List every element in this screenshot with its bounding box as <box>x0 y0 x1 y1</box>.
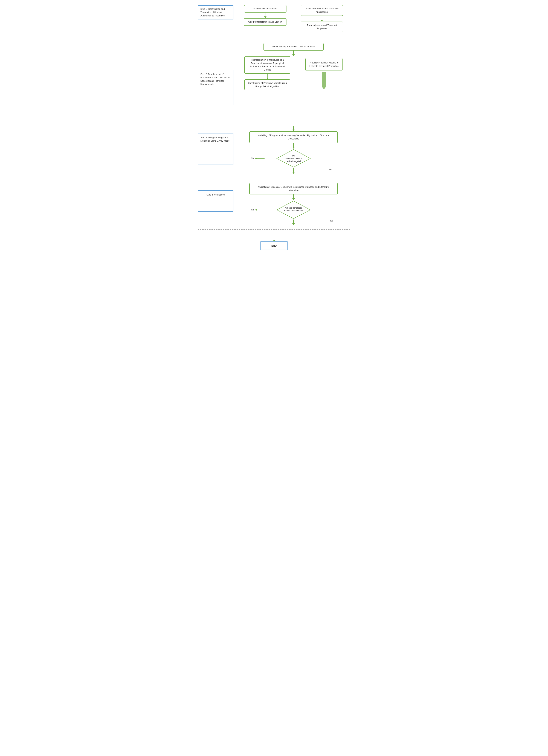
no1-label: No <box>251 157 254 160</box>
step1-label: Step 1: Identification and Translation o… <box>200 7 231 17</box>
svg-marker-7 <box>255 209 256 211</box>
arrow-yes1 <box>292 168 295 174</box>
representation-box: Representation of Molecules as a Functio… <box>244 56 291 74</box>
top-branch-row: Sensorial Requirements Odour Characteris… <box>237 5 350 32</box>
diamond2-svg: Are the generated molecules feasible? <box>276 200 311 220</box>
step1-flow: Sensorial Requirements Odour Characteris… <box>237 4 350 35</box>
svg-text:molecules fulfil the: molecules fulfil the <box>285 157 302 160</box>
svg-text:Do: Do <box>292 154 295 157</box>
no2-label: No <box>251 209 254 211</box>
no2-arrow: No <box>251 209 265 211</box>
step1-box: Step 1: Identification and Translation o… <box>198 5 233 19</box>
yes2-area: Yes <box>330 220 333 222</box>
arrow-data-cleaning <box>292 51 295 56</box>
representation-branch: Representation of Molecules as a Functio… <box>244 56 291 96</box>
mid-branch-row: Representation of Molecules as a Functio… <box>237 56 350 96</box>
odour-char-box: Odour Characteristics and Dilution <box>244 18 287 26</box>
section-3: Step 3: Design of Fragrance Molecules us… <box>198 124 350 175</box>
svg-text:molecules feasible?: molecules feasible? <box>284 209 303 212</box>
technical-branch: Technical Requirements of Specific Appli… <box>301 5 343 32</box>
section-2: Step 2: Development of Property Predicti… <box>198 42 350 118</box>
arrow-sensorial <box>264 13 266 18</box>
svg-text:desired targets?: desired targets? <box>286 160 301 163</box>
step3-area: Step 3: Design of Fragrance Molecules us… <box>198 124 237 175</box>
arrow-yes2 <box>292 220 295 225</box>
property-pred-branch: Property Prediction Models to Estimate T… <box>306 56 343 89</box>
step2-label: Step 2: Development of Property Predicti… <box>200 73 231 86</box>
step2-area: Step 2: Development of Property Predicti… <box>198 42 237 118</box>
diamond1-row: No Do molecules fulfil the desired targe… <box>237 149 350 168</box>
diamond1-svg: Do molecules fulfil the desired targets? <box>276 149 311 168</box>
no1-arrow-svg <box>255 157 265 160</box>
step1-area: Step 1: Identification and Translation o… <box>198 4 237 35</box>
no2-arrow-svg <box>255 209 265 211</box>
arrow-technical <box>321 16 323 22</box>
step2-flow: Data Cleaning to Establish Odour Databas… <box>237 42 350 118</box>
thermo-box: Thermodynamic and Transport Properties <box>301 22 343 33</box>
yes1-label: Yes <box>329 168 333 171</box>
arrow-to-diamond2 <box>292 194 295 200</box>
arrow-to-end <box>273 236 275 241</box>
property-pred-box: Property Prediction Models to Estimate T… <box>306 58 343 71</box>
step4-flow: Validation of Molecular Design with Esta… <box>237 182 350 226</box>
no1-arrow: No <box>251 157 265 160</box>
step4-label: Step 4: Verification <box>206 193 225 197</box>
end-section: END <box>198 233 350 253</box>
step3-flow: Modelling of Fragrance Molecule using Se… <box>237 124 350 175</box>
diamond2-row: No Are the generated molecules feasible?… <box>237 200 350 220</box>
arrow-repr <box>266 74 268 79</box>
flowchart: Step 1: Identification and Translation o… <box>198 4 350 253</box>
divider-2 <box>198 121 350 121</box>
svg-text:Are the generated: Are the generated <box>285 207 302 209</box>
sensorial-req-box: Sensorial Requirements <box>244 5 287 13</box>
end-flow: END <box>260 236 288 250</box>
step3-box: Step 3: Design of Fragrance Molecules us… <box>198 133 233 165</box>
step3-label: Step 3: Design of Fragrance Molecules us… <box>200 136 231 143</box>
arrow-to-modelling <box>292 126 295 131</box>
step4-area: Step 4: Verification <box>198 182 237 226</box>
end-box: END <box>260 241 288 250</box>
section-4: Step 4: Verification Validation of Molec… <box>198 182 350 226</box>
divider-3 <box>198 178 350 178</box>
arrow-to-diamond1 <box>292 143 295 149</box>
divider-1 <box>198 38 350 38</box>
svg-marker-1 <box>255 158 256 159</box>
validation-box: Validation of Molecular Design with Esta… <box>249 183 338 195</box>
step4-box: Step 4: Verification <box>198 190 233 212</box>
data-cleaning-box: Data Cleaning to Establish Odour Databas… <box>263 43 324 51</box>
technical-req-box: Technical Requirements of Specific Appli… <box>301 5 343 16</box>
sensorial-branch: Sensorial Requirements Odour Characteris… <box>244 5 287 26</box>
thick-arrow-right <box>322 72 326 89</box>
divider-4 <box>198 229 350 230</box>
section-1: Step 1: Identification and Translation o… <box>198 4 350 35</box>
construction-box: Construction of Predictive Models using … <box>244 79 291 90</box>
yes2-label: Yes <box>330 220 333 222</box>
modelling-box: Modelling of Fragrance Molecule using Se… <box>249 131 338 143</box>
yes1-area: Yes <box>329 168 333 171</box>
step2-box: Step 2: Development of Property Predicti… <box>198 70 233 105</box>
